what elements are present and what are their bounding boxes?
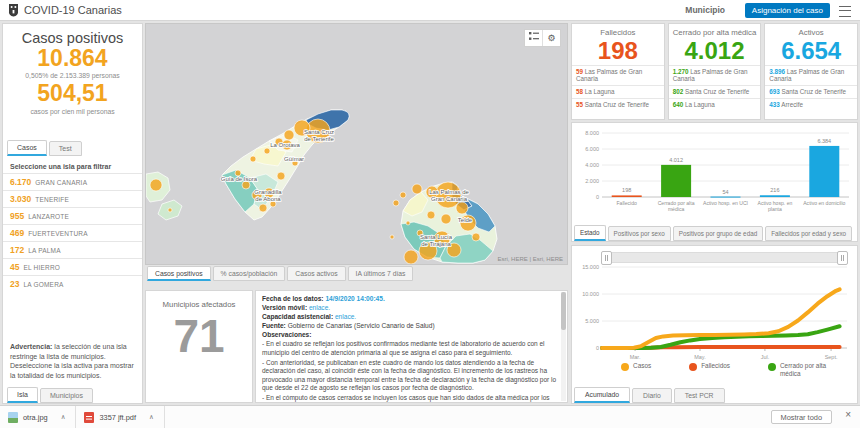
accumulated-line-chart: 05.00010.00015.000Mar.May.Jul.Sept.	[572, 262, 855, 362]
warning-bold: Advertencia:	[10, 343, 52, 350]
case-bubble[interactable]	[472, 233, 480, 241]
island-row-lanzarote[interactable]: 955LANZAROTE	[3, 207, 142, 224]
timeline-chart-card: 05.00010.00015.000Mar.May.Jul.Sept. Caso…	[571, 245, 858, 404]
chevron-up-icon[interactable]: ∧	[61, 413, 66, 421]
map-canvas[interactable]: Santa Cruzde TenerifeLa OrotavaGüímarGuí…	[146, 24, 567, 264]
island-count: 45	[10, 262, 19, 272]
menu-icon[interactable]	[839, 6, 851, 17]
legend-item-casos[interactable]: Casos	[621, 362, 651, 378]
map-attribution: Esri, HERE | Esri, HERE	[497, 256, 563, 262]
map-tab-ia-últimos-7-días[interactable]: IA últimos 7 días	[348, 266, 414, 281]
case-bubble[interactable]	[400, 192, 406, 198]
map-tab-%-casos-población[interactable]: % casos/población	[213, 266, 286, 281]
bar-Activo hosp. en planta[interactable]	[760, 195, 790, 197]
population-percent-caption: 0,505% de 2.153.389 personas	[3, 72, 142, 79]
tab-isla[interactable]: Isla	[7, 387, 38, 403]
island-name: LA PALMA	[28, 247, 61, 254]
info-label: Versión móvil:	[262, 304, 309, 311]
map-place-label: Telde	[458, 217, 473, 223]
island-row-fuerteventura[interactable]: 469FUERTEVENTURA	[3, 224, 142, 241]
stat-row-label: Santa Cruz de Tenerife	[780, 88, 846, 95]
info-link[interactable]: enlace.	[335, 313, 356, 320]
svg-text:4.000: 4.000	[585, 162, 599, 168]
close-downloads-icon[interactable]: ×	[845, 409, 851, 420]
legend-item-cerrado-por-alta-médica[interactable]: Cerrado por alta médica	[768, 362, 832, 378]
tab-casos[interactable]: Casos	[7, 140, 47, 156]
show-all-downloads-button[interactable]: Mostrar todo	[771, 410, 833, 424]
case-bubble[interactable]	[404, 250, 418, 264]
case-bubble[interactable]	[277, 172, 285, 180]
case-bubble[interactable]	[242, 181, 250, 189]
bar-Activo en domicilio[interactable]	[809, 146, 839, 197]
bar-tab-fallecidos-por-edad-y-sexo[interactable]: Fallecidos por edad y sexo	[765, 226, 852, 241]
tab-test[interactable]: Test	[49, 141, 82, 156]
downloads-bar: otra.jpg∧3357 jft.pdf∧ Mostrar todo ×	[0, 405, 860, 428]
legend-dot	[768, 363, 776, 371]
tab-municipios[interactable]: Municipios	[40, 388, 93, 403]
settings-gear-icon[interactable]: ⚙	[542, 30, 560, 46]
stat-card-row[interactable]: 802 Santa Cruz de Tenerife	[669, 85, 761, 98]
island-row-gran-canaria[interactable]: 6.170GRAN CANARIA	[3, 173, 142, 190]
case-bubble[interactable]	[412, 184, 422, 194]
stat-card-row[interactable]: 433 Arrecife	[765, 98, 857, 111]
case-bubble[interactable]	[284, 130, 294, 140]
map-place-label: Las Palmas de	[429, 189, 469, 195]
case-bubble[interactable]	[456, 202, 468, 214]
case-bubble[interactable]	[427, 211, 435, 219]
island-row-la-palma[interactable]: 172LA PALMA	[3, 241, 142, 258]
isla-municipios-tabs: IslaMunicipios	[7, 387, 93, 403]
stat-card-row[interactable]: 59 Las Palmas de Gran Canaria	[572, 65, 664, 86]
scrollbar[interactable]	[561, 292, 566, 401]
stat-card-row[interactable]: 640 La Laguna	[669, 98, 761, 111]
stat-card-row[interactable]: 3.896 Las Palmas de Gran Canaria	[765, 65, 857, 86]
map[interactable]: Santa Cruzde TenerifeLa OrotavaGüímarGuí…	[145, 23, 568, 265]
assign-case-button[interactable]: Asignación del caso	[745, 3, 830, 18]
bar-Activo hosp. en UCI[interactable]	[711, 197, 741, 198]
line-tab-acumulado[interactable]: Acumulado	[574, 387, 630, 403]
pdf-file-icon	[84, 412, 94, 423]
svg-text:10.000: 10.000	[582, 291, 599, 297]
bar-Fallecido[interactable]	[612, 195, 642, 197]
scrollbar-thumb[interactable]	[561, 292, 566, 330]
map-tab-casos-positivos[interactable]: Casos positivos	[147, 266, 211, 281]
stat-card-row[interactable]: 1.270 Las Palmas de Gran Canaria	[669, 65, 761, 86]
stat-card-row[interactable]: 55 Santa Cruz de Tenerife	[572, 98, 664, 111]
cases-test-tabs: CasosTest	[7, 140, 82, 156]
svg-text:198: 198	[622, 187, 631, 193]
line-tab-diario[interactable]: Diario	[632, 388, 672, 403]
case-bubble[interactable]	[150, 179, 162, 191]
case-bubble[interactable]	[168, 208, 172, 212]
case-bubble[interactable]	[250, 156, 256, 162]
bar-tab-estado[interactable]: Estado	[574, 225, 606, 241]
island-row-el-hierro[interactable]: 45EL HIERRO	[3, 258, 142, 275]
line-tab-test-pcr[interactable]: Test PCR	[674, 388, 725, 403]
case-bubble[interactable]	[264, 148, 270, 154]
incidence-rate-caption: casos por cien mil personas	[3, 108, 142, 115]
app-header: COVID-19 Canarias Municipio Asignación d…	[0, 0, 860, 21]
bar-Cerrado por alta médica[interactable]	[661, 165, 691, 197]
bar-tab-positivos-por-grupo-de-edad[interactable]: Positivos por grupo de edad	[673, 226, 763, 241]
chevron-up-icon[interactable]: ∧	[149, 413, 154, 421]
island-row-tenerife[interactable]: 3.030TENERIFE	[3, 190, 142, 207]
legend-label: Cerrado por alta médica	[780, 362, 832, 378]
case-bubble[interactable]	[259, 204, 267, 212]
series-cerrado-por-alta-médica[interactable]	[602, 326, 840, 348]
stat-card-value: 6.654	[765, 37, 857, 65]
info-link[interactable]: enlace.	[309, 304, 330, 311]
case-bubble[interactable]	[390, 235, 394, 239]
island-row-la-gomera[interactable]: 23LA GOMERA	[3, 275, 142, 292]
stat-row-count: 58	[576, 88, 583, 95]
case-bubble[interactable]	[406, 221, 410, 225]
case-bubble[interactable]	[441, 214, 451, 224]
legend-item-fallecidos[interactable]: Fallecidos	[689, 362, 730, 378]
download-item[interactable]: 3357 jft.pdf∧	[76, 406, 164, 428]
download-filename: 3357 jft.pdf	[99, 413, 136, 422]
stat-card-row[interactable]: 693 Santa Cruz de Tenerife	[765, 85, 857, 98]
case-bubble[interactable]	[270, 201, 276, 207]
legend-icon[interactable]	[525, 30, 542, 46]
bar-tab-positivos-por-sexo[interactable]: Positivos por sexo	[608, 226, 671, 241]
map-tab-casos-activos[interactable]: Casos activos	[287, 266, 345, 281]
case-bubble[interactable]	[393, 200, 399, 206]
stat-card-row[interactable]: 58 La Laguna	[572, 85, 664, 98]
download-item[interactable]: otra.jpg∧	[0, 406, 76, 428]
